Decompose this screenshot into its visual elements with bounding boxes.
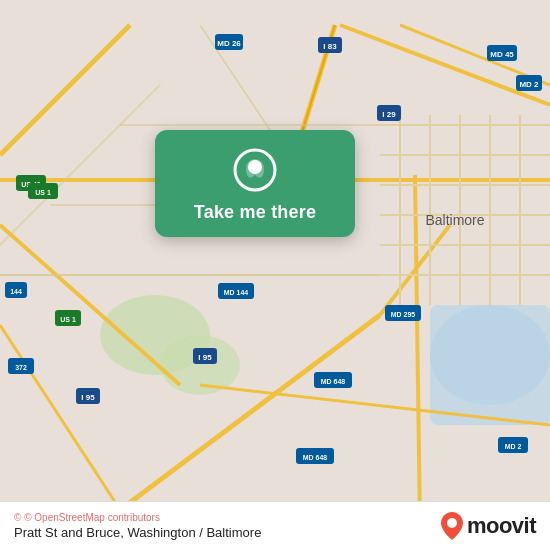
svg-text:I 95: I 95 xyxy=(198,353,212,362)
svg-text:Baltimore: Baltimore xyxy=(425,212,484,228)
svg-text:MD 295: MD 295 xyxy=(391,311,416,318)
bottom-bar: © © OpenStreetMap contributors Pratt St … xyxy=(0,501,550,550)
svg-text:US 1: US 1 xyxy=(35,189,51,196)
svg-text:MD 144: MD 144 xyxy=(224,289,249,296)
osm-credit: © © OpenStreetMap contributors xyxy=(14,512,261,523)
svg-text:372: 372 xyxy=(15,364,27,371)
svg-text:I 95: I 95 xyxy=(81,393,95,402)
svg-point-1 xyxy=(430,305,550,405)
svg-text:MD 45: MD 45 xyxy=(490,50,514,59)
svg-line-12 xyxy=(415,175,420,525)
map-container: MD 26 I 83 MD 45 MD 2 I 29 US 40 144 US … xyxy=(0,0,550,550)
svg-text:I 29: I 29 xyxy=(382,110,396,119)
moovit-pin-icon xyxy=(441,512,463,540)
osm-credit-text: © OpenStreetMap contributors xyxy=(24,512,160,523)
map-roads: MD 26 I 83 MD 45 MD 2 I 29 US 40 144 US … xyxy=(0,0,550,550)
location-name: Pratt St and Bruce, Washington / Baltimo… xyxy=(14,525,261,540)
svg-text:144: 144 xyxy=(10,288,22,295)
location-card: Take me there xyxy=(155,130,355,237)
bottom-left-info: © © OpenStreetMap contributors Pratt St … xyxy=(14,512,261,540)
svg-text:MD 648: MD 648 xyxy=(321,378,346,385)
svg-text:MD 26: MD 26 xyxy=(217,39,241,48)
map-pin-icon xyxy=(233,148,277,192)
svg-text:MD 648: MD 648 xyxy=(303,454,328,461)
svg-text:I 83: I 83 xyxy=(323,42,337,51)
svg-text:US 1: US 1 xyxy=(60,316,76,323)
svg-text:MD 2: MD 2 xyxy=(505,443,522,450)
take-me-there-button[interactable]: Take me there xyxy=(194,202,316,223)
svg-text:MD 2: MD 2 xyxy=(519,80,539,89)
moovit-logo: moovit xyxy=(441,512,536,540)
svg-line-31 xyxy=(0,85,160,245)
svg-point-69 xyxy=(447,518,457,528)
moovit-text: moovit xyxy=(467,513,536,539)
osm-copyright-symbol: © xyxy=(14,512,21,523)
svg-line-8 xyxy=(340,25,550,105)
